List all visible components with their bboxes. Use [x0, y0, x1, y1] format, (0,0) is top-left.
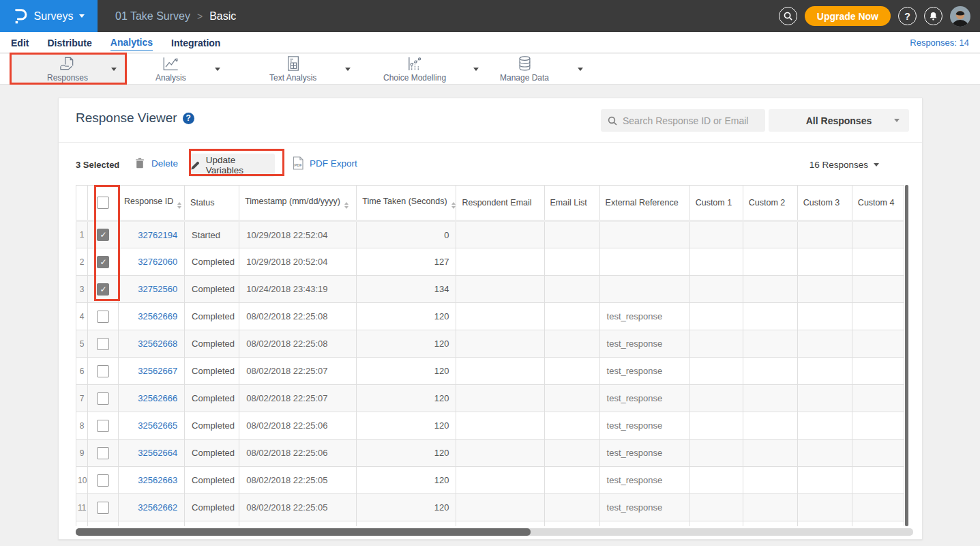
ribbon-item-manage-data[interactable]: Manage Data — [500, 54, 583, 84]
response-id-link[interactable]: 32562668 — [119, 330, 185, 358]
row-checkbox[interactable] — [97, 420, 109, 432]
trash-icon — [135, 158, 145, 169]
chevron-down-icon[interactable] — [473, 68, 479, 71]
title-help-icon[interactable]: ? — [183, 113, 194, 124]
external-reference-cell — [599, 221, 689, 248]
ribbon-item-text-analysis[interactable]: Text Analysis — [269, 54, 351, 84]
response-id-link[interactable]: 32562662 — [119, 494, 185, 521]
chevron-down-icon[interactable] — [215, 68, 220, 71]
response-id-link[interactable]: 32562665 — [119, 412, 185, 440]
avatar[interactable] — [950, 6, 970, 27]
row-number: 5 — [76, 330, 88, 358]
row-number: 6 — [76, 358, 88, 385]
respondent-email-cell — [456, 276, 544, 303]
custom-1-cell — [689, 276, 743, 303]
respondent-email-cell — [456, 385, 544, 412]
update-variables-button[interactable]: Update Variables — [190, 154, 275, 177]
notifications-button[interactable] — [924, 7, 942, 25]
chevron-down-icon[interactable] — [345, 68, 351, 71]
nav-item-analytics[interactable]: Analytics — [110, 33, 153, 51]
row-checkbox[interactable] — [97, 338, 109, 350]
custom-3-cell — [797, 521, 852, 527]
row-checkbox[interactable] — [97, 256, 109, 268]
search-input[interactable] — [623, 115, 752, 126]
row-checkbox[interactable] — [97, 392, 109, 405]
response-id-link[interactable]: 32562669 — [119, 303, 185, 330]
sort-icon[interactable] — [451, 202, 456, 210]
row-checkbox-cell — [88, 412, 119, 440]
sort-icon[interactable] — [177, 202, 181, 210]
select-all-checkbox[interactable] — [97, 197, 109, 209]
response-id-link[interactable]: 32562664 — [119, 440, 185, 467]
svg-text:PDF: PDF — [295, 163, 303, 167]
brand-surveys-menu[interactable]: Surveys — [0, 0, 98, 32]
row-checkbox-cell — [88, 494, 119, 521]
email-list-cell — [544, 303, 599, 330]
custom-3-cell — [797, 412, 852, 440]
responses-per-page-dropdown[interactable]: 16 Responses — [810, 160, 879, 170]
ribbon-item-responses[interactable]: Responses — [10, 54, 125, 84]
custom-1-cell — [689, 494, 743, 521]
row-checkbox[interactable] — [97, 365, 109, 377]
response-filter-dropdown[interactable]: All Responses — [769, 109, 909, 132]
response-id-link[interactable]: 32562667 — [119, 358, 185, 385]
response-id-link[interactable]: 32762060 — [119, 248, 185, 276]
row-checkbox[interactable] — [97, 229, 109, 241]
header-external-reference: External Reference — [599, 186, 689, 221]
external-reference-cell: test_response — [599, 412, 689, 440]
row-checkbox-cell — [88, 385, 119, 412]
time-taken-cell: 120 — [357, 467, 456, 494]
external-reference-cell — [599, 521, 689, 527]
breadcrumb-separator: > — [197, 11, 203, 22]
row-checkbox[interactable] — [97, 283, 109, 296]
custom-4-cell — [852, 467, 904, 494]
header-response-id[interactable]: Response ID — [119, 186, 185, 221]
ribbon-item-choice-modelling[interactable]: Choice Modelling — [383, 54, 479, 84]
response-id-link[interactable]: 32762194 — [119, 221, 185, 248]
sort-icon[interactable] — [344, 202, 348, 210]
nav-item-distribute[interactable]: Distribute — [47, 34, 91, 51]
row-checkbox[interactable] — [97, 311, 109, 323]
response-id-link[interactable]: 32752560 — [119, 276, 185, 303]
nav-item-edit[interactable]: Edit — [11, 34, 29, 51]
horizontal-scrollbar-track[interactable] — [76, 528, 913, 536]
row-checkbox-cell — [88, 276, 119, 303]
respondent-email-cell — [456, 467, 544, 494]
divider — [59, 142, 922, 143]
breadcrumb-current: Basic — [209, 10, 236, 23]
row-checkbox[interactable] — [97, 474, 109, 487]
filter-value: All Responses — [806, 115, 872, 126]
row-checkbox-cell — [88, 521, 119, 527]
pdf-export-button[interactable]: PDF PDF Export — [292, 156, 357, 170]
custom-3-cell — [797, 385, 852, 412]
search-icon — [784, 12, 792, 20]
horizontal-scrollbar-thumb[interactable] — [76, 528, 531, 536]
header-timestamp[interactable]: Timestamp (mm/dd/yyyy) — [239, 186, 357, 221]
custom-4-cell — [852, 330, 904, 358]
help-button[interactable]: ? — [898, 7, 917, 25]
avatar-photo — [950, 6, 970, 27]
row-checkbox[interactable] — [97, 502, 109, 514]
breadcrumb-survey-name[interactable]: 01 Take Survey — [115, 10, 190, 23]
respondent-email-cell — [456, 303, 544, 330]
response-id-link[interactable]: 32562666 — [119, 385, 185, 412]
timestamp-cell: 10/24/2018 23:43:19 — [239, 276, 357, 303]
chevron-down-icon[interactable] — [578, 68, 583, 71]
chevron-down-icon[interactable] — [111, 68, 117, 71]
respondent-email-cell — [456, 248, 544, 276]
header-time-taken[interactable]: Time Taken (Seconds) — [357, 186, 456, 221]
pencil-icon — [190, 160, 201, 171]
vertical-scrollbar[interactable] — [905, 185, 908, 526]
delete-button[interactable]: Delete — [135, 158, 178, 169]
response-id-link[interactable] — [119, 521, 185, 527]
ribbon-item-analysis[interactable]: Analysis — [155, 54, 220, 84]
table-row — [76, 521, 904, 527]
response-id-link[interactable]: 32562663 — [119, 467, 185, 494]
survey-nav: Edit Distribute Analytics Integration Re… — [0, 32, 980, 53]
upgrade-now-button[interactable]: Upgrade Now — [805, 6, 891, 26]
custom-3-cell — [797, 330, 852, 358]
nav-item-integration[interactable]: Integration — [171, 34, 220, 51]
header-status: Status — [185, 186, 239, 221]
search-button[interactable] — [779, 7, 797, 25]
row-checkbox[interactable] — [97, 447, 109, 459]
